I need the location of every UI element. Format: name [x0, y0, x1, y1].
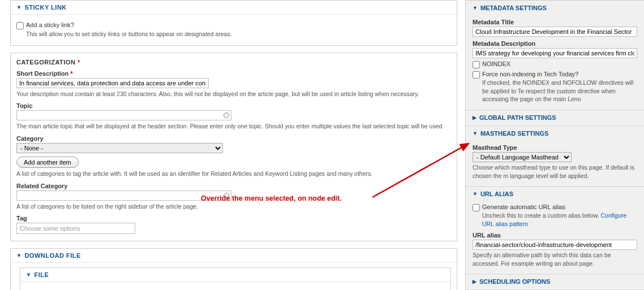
- settings-sidebar: ▼ METADATA SETTINGS Metadata Title Metad…: [465, 0, 644, 290]
- category-label: Category: [16, 135, 451, 142]
- generate-alias-checkbox[interactable]: [473, 204, 480, 211]
- download-file-fieldset: ▼ DOWNLOAD FILE ▼ FILE This file downloa…: [10, 248, 457, 290]
- triangle-down-icon: ▼: [16, 5, 22, 10]
- global-path-header[interactable]: ▶ GLOBAL PATH SETTINGS: [466, 110, 644, 125]
- metadata-title-input[interactable]: [473, 27, 637, 37]
- short-desc-help: Your description must contain at least 2…: [16, 90, 451, 98]
- triangle-right-icon: ▶: [473, 115, 476, 120]
- related-category-help: A list of categories to be listed on the…: [16, 202, 451, 211]
- global-path-section: ▶ GLOBAL PATH SETTINGS: [466, 110, 644, 125]
- masthead-type-select[interactable]: - Default Language Masthead -: [473, 152, 572, 162]
- file-header[interactable]: ▼ FILE: [20, 268, 450, 282]
- add-another-button[interactable]: Add another item: [16, 157, 79, 168]
- download-file-title: DOWNLOAD FILE: [24, 252, 80, 259]
- sticky-link-label: Add a sticky link?: [26, 21, 74, 28]
- triangle-down-icon: ▼: [473, 131, 478, 136]
- noindex-label: NOINDEX: [482, 60, 510, 67]
- url-alias-section: ▼ URL ALIAS Generate automatic URL alias…: [466, 186, 644, 274]
- metadata-section: ▼ METADATA SETTINGS Metadata Title Metad…: [466, 0, 644, 110]
- masthead-section: ▼ MASTHEAD SETTINGS Masthead Type - Defa…: [466, 125, 644, 186]
- triangle-right-icon: ▶: [473, 279, 476, 284]
- triangle-down-icon: ▼: [26, 272, 31, 278]
- download-file-header[interactable]: ▼ DOWNLOAD FILE: [11, 249, 457, 263]
- triangle-down-icon: ▼: [473, 191, 478, 197]
- triangle-down-icon: ▼: [16, 253, 22, 258]
- required-icon: *: [78, 59, 80, 66]
- sticky-link-checkbox[interactable]: [16, 22, 24, 29]
- topic-input[interactable]: [16, 110, 231, 120]
- short-desc-input[interactable]: [16, 78, 209, 88]
- categorization-title: CATEGORIZATION: [16, 59, 75, 66]
- metadata-title-label: Metadata Title: [473, 19, 637, 25]
- url-alias-input[interactable]: [473, 240, 637, 250]
- tag-input[interactable]: Choose some options: [16, 223, 135, 234]
- url-alias-desc: Specify an alternative path by which thi…: [473, 251, 637, 267]
- related-category-input[interactable]: [16, 191, 231, 201]
- scheduling-section: ▶ SCHEDULING OPTIONS: [466, 274, 644, 289]
- category-select[interactable]: - None -: [16, 143, 223, 153]
- masthead-type-desc: Choose which masthead type to use on thi…: [473, 163, 637, 180]
- file-title: FILE: [34, 271, 49, 278]
- metadata-desc-label: Metadata Description: [473, 40, 637, 47]
- force-noindex-desc: If checked, the NOINDEX and NOFOLLOW dir…: [482, 79, 637, 103]
- metadata-header[interactable]: ▼ METADATA SETTINGS: [466, 1, 644, 15]
- scheduling-header[interactable]: ▶ SCHEDULING OPTIONS: [466, 274, 644, 289]
- topic-label: Topic: [16, 102, 451, 109]
- sticky-link-header[interactable]: ▼ STICKY LINK: [11, 1, 457, 15]
- url-alias-label: URL alias: [473, 232, 637, 239]
- url-alias-header[interactable]: ▼ URL ALIAS: [466, 187, 644, 201]
- triangle-down-icon: ▼: [473, 5, 478, 11]
- generate-alias-desc: Uncheck this to create a custom alias be…: [482, 211, 637, 228]
- topic-help: The main article topic that will be disp…: [16, 122, 451, 131]
- masthead-type-label: Masthead Type: [473, 144, 637, 151]
- categorization-fieldset: CATEGORIZATION * Short Description * You…: [10, 53, 457, 242]
- category-help: A list of categories to tag the article …: [16, 170, 451, 178]
- sticky-link-title: STICKY LINK: [24, 4, 66, 11]
- sticky-link-desc: This will allow you to set sticky links …: [26, 30, 232, 38]
- related-category-label: Related Category: [16, 183, 451, 189]
- force-noindex-checkbox[interactable]: [473, 71, 480, 79]
- generate-alias-label: Generate automatic URL alias: [482, 204, 565, 210]
- annotation-text: Override the menu selected, on node edit…: [201, 194, 342, 202]
- force-noindex-label: Force non-indexing in Tech Today?: [482, 71, 578, 77]
- noindex-checkbox[interactable]: [473, 61, 480, 68]
- tag-label: Tag: [16, 215, 451, 222]
- short-desc-label: Short Description *: [16, 70, 451, 77]
- masthead-header[interactable]: ▼ MASTHEAD SETTINGS: [466, 126, 644, 141]
- sticky-link-fieldset: ▼ STICKY LINK Add a sticky link? This wi…: [10, 0, 457, 46]
- metadata-desc-input[interactable]: [473, 48, 637, 58]
